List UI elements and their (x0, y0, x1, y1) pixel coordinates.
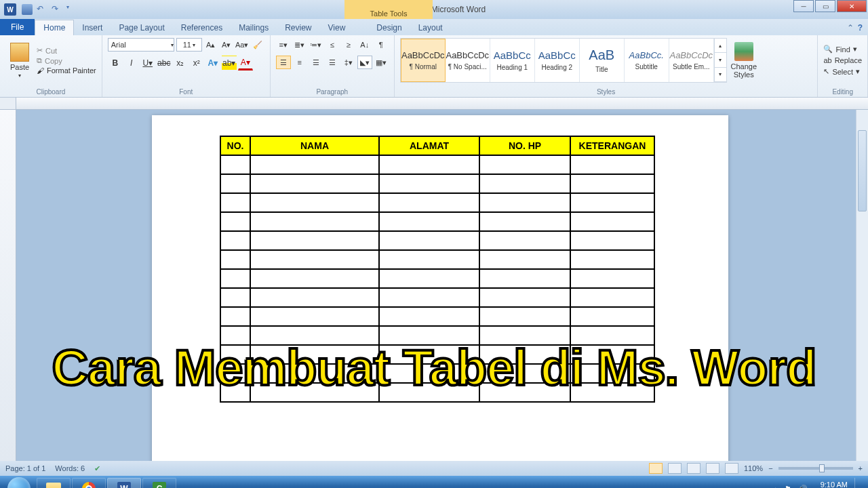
font-size-select[interactable]: 11 ▾ (176, 38, 202, 52)
th-nohp[interactable]: NO. HP (479, 136, 570, 155)
status-words[interactable]: Words: 6 (55, 464, 85, 472)
table-row[interactable] (220, 174, 654, 193)
table-cell[interactable] (379, 269, 479, 288)
strikethrough-button[interactable]: abc (157, 56, 172, 70)
line-spacing-button[interactable]: ‡▾ (341, 56, 356, 69)
table-row[interactable] (220, 193, 654, 212)
superscript-button[interactable]: x² (189, 56, 204, 70)
table-cell[interactable] (479, 193, 570, 212)
grow-font-button[interactable]: A▴ (204, 38, 218, 52)
horizontal-ruler[interactable] (16, 98, 868, 110)
increase-indent-button[interactable]: ≥ (341, 38, 356, 52)
maximize-button[interactable]: ▭ (815, 0, 835, 12)
taskbar-explorer[interactable] (37, 478, 71, 488)
table-cell[interactable] (250, 212, 379, 231)
table-cell[interactable] (379, 288, 479, 307)
th-alamat[interactable]: ALAMAT (379, 136, 479, 155)
show-marks-button[interactable]: ¶ (374, 38, 389, 52)
table-row[interactable] (220, 269, 654, 288)
table-row[interactable] (220, 212, 654, 231)
table-cell[interactable] (250, 288, 379, 307)
taskbar-camtasia[interactable]: C (142, 478, 176, 488)
table-cell[interactable] (220, 155, 250, 174)
show-desktop-button[interactable] (854, 478, 861, 488)
status-page[interactable]: Page: 1 of 1 (5, 464, 45, 472)
subscript-button[interactable]: x₂ (173, 56, 188, 70)
table-cell[interactable] (250, 269, 379, 288)
view-draft[interactable] (725, 463, 738, 474)
view-print-layout[interactable] (649, 463, 663, 474)
close-button[interactable]: ✕ (837, 0, 867, 12)
table-cell[interactable] (250, 193, 379, 212)
styles-gallery[interactable]: AaBbCcDc¶ Normal AaBbCcDc¶ No Spaci... A… (400, 38, 727, 83)
align-right-button[interactable]: ☰ (309, 56, 323, 69)
table-cell[interactable] (479, 288, 570, 307)
redo-icon[interactable]: ↷ (52, 4, 62, 15)
style-no-spacing[interactable]: AaBbCcDc¶ No Spaci... (446, 39, 490, 82)
clear-formatting-button[interactable]: 🧹 (251, 38, 264, 52)
th-nama[interactable]: NAMA (250, 136, 379, 155)
tab-mailings[interactable]: Mailings (231, 20, 277, 35)
replace-button[interactable]: abReplace (823, 56, 862, 64)
help-icon[interactable]: ? (858, 23, 863, 33)
table-cell[interactable] (220, 231, 250, 250)
save-icon[interactable] (22, 4, 33, 15)
tray-volume-icon[interactable]: 🔊 (798, 485, 808, 489)
font-color-button[interactable]: A▾ (238, 56, 253, 70)
bullets-button[interactable]: ≡▾ (276, 38, 291, 52)
style-heading1[interactable]: AaBbCcHeading 1 (490, 39, 535, 82)
qat-dropdown-icon[interactable]: ▾ (66, 4, 77, 15)
table-cell[interactable] (479, 269, 570, 288)
style-normal[interactable]: AaBbCcDc¶ Normal (401, 39, 446, 82)
cut-button[interactable]: ✂Cut (37, 46, 96, 55)
table-cell[interactable] (220, 250, 250, 269)
view-web-layout[interactable] (687, 463, 701, 474)
table-cell[interactable] (479, 250, 570, 269)
underline-button[interactable]: U▾ (140, 56, 155, 70)
start-button[interactable] (3, 476, 35, 488)
paste-button[interactable]: Paste ▾ (5, 38, 34, 83)
table-cell[interactable] (220, 193, 250, 212)
numbering-button[interactable]: ≣▾ (292, 38, 307, 52)
view-full-screen[interactable] (668, 463, 682, 474)
font-name-select[interactable]: Arial▾ (108, 38, 174, 52)
vertical-scrollbar[interactable] (856, 110, 868, 461)
zoom-knob[interactable] (819, 464, 825, 472)
taskbar-chrome[interactable] (72, 478, 106, 488)
vertical-ruler[interactable] (0, 110, 16, 461)
bold-button[interactable]: B (108, 56, 123, 70)
table-row[interactable] (220, 231, 654, 250)
table-cell[interactable] (250, 250, 379, 269)
table-cell[interactable] (220, 288, 250, 307)
tab-design[interactable]: Design (368, 20, 410, 35)
zoom-level[interactable]: 110% (744, 464, 763, 472)
table-cell[interactable] (479, 212, 570, 231)
styles-more-button[interactable]: ▴▾▾ (714, 39, 726, 82)
table-cell[interactable] (220, 212, 250, 231)
tab-insert[interactable]: Insert (74, 20, 111, 35)
copy-button[interactable]: ⧉Copy (37, 56, 96, 65)
th-keterangan[interactable]: KETERANGAN (570, 136, 654, 155)
file-tab[interactable]: File (0, 19, 35, 35)
tray-clock[interactable]: 9:10 AM 7/10/2018 (814, 481, 848, 488)
table-cell[interactable] (570, 307, 654, 326)
select-button[interactable]: ↖Select ▾ (823, 67, 862, 76)
zoom-out-button[interactable]: − (768, 464, 772, 472)
change-case-button[interactable]: Aa▾ (235, 38, 249, 52)
table-cell[interactable] (379, 307, 479, 326)
minimize-ribbon-icon[interactable]: ⌃ (847, 23, 854, 33)
tab-references[interactable]: References (173, 20, 231, 35)
multilevel-button[interactable]: ≔▾ (309, 38, 323, 52)
tab-layout[interactable]: Layout (410, 20, 451, 35)
format-painter-button[interactable]: 🖌Format Painter (37, 66, 96, 75)
table-cell[interactable] (570, 269, 654, 288)
table-cell[interactable] (570, 231, 654, 250)
table-cell[interactable] (250, 307, 379, 326)
justify-button[interactable]: ☰ (325, 56, 340, 69)
style-subtle-em[interactable]: AaBbCcDcSubtle Em... (669, 39, 714, 82)
table-cell[interactable] (220, 307, 250, 326)
table-cell[interactable] (379, 231, 479, 250)
table-cell[interactable] (570, 250, 654, 269)
minimize-button[interactable]: ─ (793, 0, 814, 12)
table-cell[interactable] (570, 193, 654, 212)
